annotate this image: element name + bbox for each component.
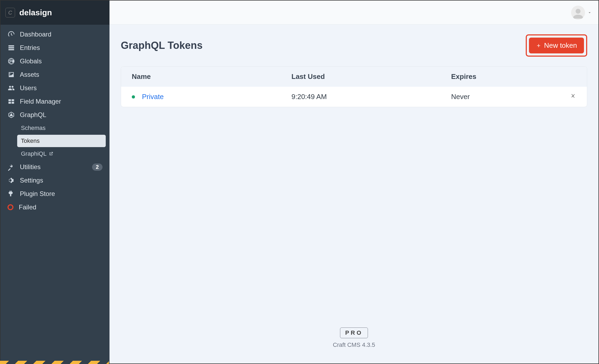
plugin-store-icon [8,190,15,198]
sidebar: C delasign Dashboard Entries Globals Ass… [1,1,109,363]
sidebar-item-label: GraphQL [20,111,46,119]
sidebar-item-globals[interactable]: Globals [4,55,106,68]
dev-mode-stripe [0,361,109,364]
graphql-icon [8,111,15,119]
sidebar-item-label: Field Manager [20,98,61,105]
footer: PRO Craft CMS 4.3.5 [109,327,598,348]
topbar [109,1,598,25]
sidebar-item-label: Settings [20,177,43,184]
new-token-label: New token [544,41,577,50]
sidebar-item-label: Failed [19,203,36,211]
sidebar-item-settings[interactable]: Settings [4,174,106,187]
avatar [571,6,585,20]
close-icon [570,93,576,99]
assets-icon [8,71,15,78]
col-header-last-used[interactable]: Last Used [291,72,451,81]
sidebar-item-assets[interactable]: Assets [4,68,106,81]
page-header: GraphQL Tokens New token [121,34,587,57]
sidebar-header: C delasign [1,1,109,25]
main: GraphQL Tokens New token Name Last Used … [109,1,598,363]
table-row: Private 9:20:49 AM Never [121,87,587,107]
subnav-item-label: Tokens [21,137,40,144]
sidebar-item-label: Entries [20,44,40,52]
sidebar-item-field-manager[interactable]: Field Manager [4,95,106,108]
page-title: GraphQL Tokens [121,40,203,51]
globals-icon [8,57,15,65]
plus-icon [536,43,541,48]
col-header-name[interactable]: Name [132,72,291,81]
delete-token-button[interactable] [570,93,576,101]
external-link-icon [49,151,53,156]
subnav-item-tokens[interactable]: Tokens [17,135,106,147]
nav: Dashboard Entries Globals Assets Users F [1,25,109,363]
entries-icon [8,44,15,52]
chevron-down-icon [587,10,592,15]
utilities-icon [8,163,15,171]
token-name-link[interactable]: Private [142,93,164,101]
version-text: Craft CMS 4.3.5 [109,341,598,348]
subnav-item-schemas[interactable]: Schemas [17,122,106,134]
table-header: Name Last Used Expires [121,67,587,87]
subnav-item-label: Schemas [21,125,46,132]
dashboard-icon [8,31,15,38]
sidebar-item-dashboard[interactable]: Dashboard [4,28,106,41]
field-manager-icon [8,98,15,105]
tokens-table: Name Last Used Expires Private 9:20:49 A… [121,66,587,107]
content: GraphQL Tokens New token Name Last Used … [109,25,598,363]
logo[interactable]: C [5,8,15,17]
sidebar-item-label: Plugin Store [20,190,55,198]
sidebar-item-failed[interactable]: Failed [4,201,106,214]
brand-name[interactable]: delasign [19,8,52,17]
cell-last-used: 9:20:49 AM [291,93,451,101]
subnav-item-graphiql[interactable]: GraphiQL [17,148,106,160]
new-token-button[interactable]: New token [529,38,584,53]
sidebar-item-entries[interactable]: Entries [4,41,106,54]
graphql-subnav: Schemas Tokens GraphiQL [4,122,106,160]
sidebar-item-label: Assets [20,71,39,78]
user-menu[interactable] [571,6,592,20]
sidebar-item-users[interactable]: Users [4,82,106,94]
failed-icon [8,204,13,210]
sidebar-item-graphql[interactable]: GraphQL [4,108,106,121]
cell-expires: Never [451,93,560,101]
sidebar-item-label: Users [20,84,37,92]
edition-badge[interactable]: PRO [340,327,368,338]
utilities-badge: 2 [92,163,103,171]
subnav-item-label: GraphiQL [21,150,46,157]
sidebar-item-plugin-store[interactable]: Plugin Store [4,187,106,200]
users-icon [8,84,15,92]
sidebar-item-label: Utilities [20,163,41,171]
status-dot-active [132,95,135,99]
settings-icon [8,177,15,184]
col-header-expires[interactable]: Expires [451,72,560,81]
new-token-highlight: New token [526,34,587,57]
sidebar-item-label: Dashboard [20,31,51,38]
sidebar-item-label: Globals [20,57,42,65]
sidebar-item-utilities[interactable]: Utilities 2 [4,161,106,173]
